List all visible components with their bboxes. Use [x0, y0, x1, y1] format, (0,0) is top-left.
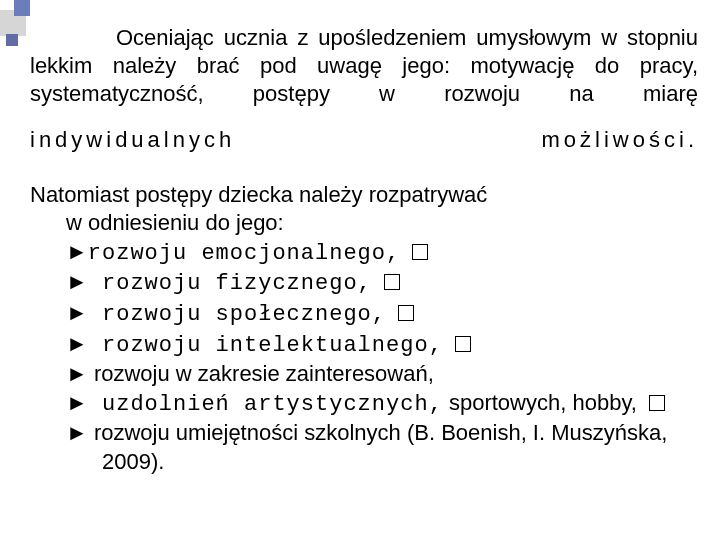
spaced-line: indywidualnych możliwości.: [30, 126, 698, 154]
item-text: rozwoju fizycznego,: [88, 271, 372, 296]
lead-line-1: Natomiast postępy dziecka należy rozpatr…: [30, 181, 698, 210]
list-item: ► rozwoju społecznego,: [66, 299, 698, 330]
triangle-icon: ►: [66, 390, 88, 415]
item-text: rozwoju intelektualnego,: [88, 333, 443, 358]
list-item: ► rozwoju umiejętności szkolnych (B. Boe…: [66, 419, 698, 476]
triangle-icon: ►: [66, 300, 88, 325]
box-icon: [412, 244, 428, 260]
triangle-icon: ►: [66, 239, 88, 264]
triangle-icon: ►: [66, 420, 88, 445]
lead-lines: Natomiast postępy dziecka należy rozpatr…: [30, 181, 698, 238]
item-text: rozwoju umiejętności szkolnych (B. Boeni…: [88, 420, 668, 474]
item-text: rozwoju w zakresie zainteresowań,: [88, 361, 434, 386]
list-item: ► rozwoju w zakresie zainteresowań,: [66, 360, 698, 389]
slide: Oceniając ucznia z upośledzeniem umysłow…: [0, 0, 720, 540]
item-text: rozwoju emocjonalnego,: [88, 241, 400, 266]
list-item: ► rozwoju fizycznego,: [66, 268, 698, 299]
list-item: ► uzdolnień artystycznych, sportowych, h…: [66, 389, 698, 420]
content-area: Oceniając ucznia z upośledzeniem umysłow…: [30, 24, 698, 477]
square-blue-small-icon: [6, 34, 18, 46]
triangle-icon: ►: [66, 269, 88, 294]
lead-line-2: w odniesieniu do jego:: [30, 209, 698, 238]
box-icon: [384, 274, 400, 290]
square-blue-icon: [14, 0, 30, 16]
list-item: ► rozwoju intelektualnego,: [66, 330, 698, 361]
box-icon: [455, 336, 471, 352]
bullet-list: ►rozwoju emocjonalnego, ► rozwoju fizycz…: [30, 238, 698, 477]
box-icon: [649, 395, 665, 411]
intro-paragraph: Oceniając ucznia z upośledzeniem umysłow…: [30, 24, 698, 108]
triangle-icon: ►: [66, 361, 88, 386]
item-text: uzdolnień artystycznych,: [88, 392, 443, 417]
list-item: ►rozwoju emocjonalnego,: [66, 238, 698, 269]
triangle-icon: ►: [66, 331, 88, 356]
box-icon: [398, 305, 414, 321]
item-text: sportowych, hobby,: [443, 390, 637, 415]
item-text: rozwoju społecznego,: [88, 302, 386, 327]
